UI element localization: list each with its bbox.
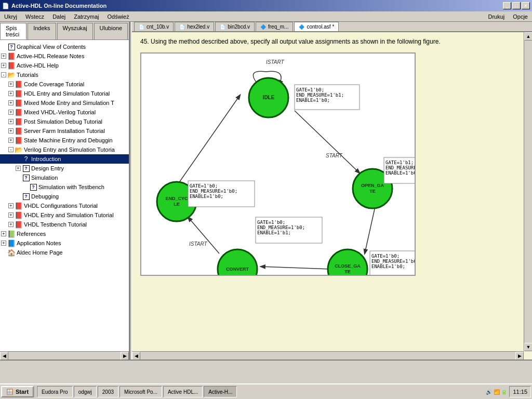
scroll-down-btn[interactable]: ▼	[524, 343, 532, 351]
label-idle-2: END_MEASURE=1'b1;	[296, 92, 344, 98]
file-tab-hex2led[interactable]: 📄 hex2led.v	[175, 22, 214, 31]
menu-zatrzymaj[interactable]: Zatrzymaj	[70, 12, 103, 21]
tree-label: VHDL Testbench Tutorial	[24, 221, 87, 228]
state-close-gate-label-2: TE	[344, 269, 351, 274]
taskbar-odgwj[interactable]: odgwj	[74, 386, 97, 397]
taskbar-2003[interactable]: 2003	[98, 386, 118, 397]
menu-dalej[interactable]: Dalej	[48, 12, 70, 21]
tree-label: State Machine Entry and Debuggin	[24, 137, 113, 143]
tree-item-state-machine[interactable]: + 📕 State Machine Entry and Debuggin	[0, 136, 129, 145]
state-end-cycle-label-1: END_CYC	[165, 196, 188, 201]
tree-item-graphical[interactable]: ? Graphical View of Contents	[0, 42, 129, 51]
file-tab-cnt10b[interactable]: 📄 cnt_10b.v	[134, 22, 174, 31]
window-controls[interactable]: _ □ ✕	[503, 2, 530, 9]
tree-item-vhdl-entry[interactable]: + 📕 VHDL Entry and Simulation Tutorial	[0, 210, 129, 220]
scroll-track-h	[8, 352, 121, 360]
label-end-2: END_MEASURE=1'b0;	[190, 189, 237, 194]
tree-label: Active-HDL Help	[17, 62, 59, 69]
expand-btn[interactable]: +	[1, 54, 6, 59]
tree-label: Post Simulation Debug Tutorial	[24, 118, 102, 125]
scroll-up-btn[interactable]: ▲	[524, 32, 532, 41]
scroll-left-btn[interactable]: ◀	[132, 352, 140, 360]
taskbar-activehdl2[interactable]: Active-H...	[204, 386, 237, 397]
menu-ukryj[interactable]: Ukryj	[0, 12, 21, 21]
maximize-button[interactable]: □	[512, 2, 521, 9]
tree-item-hdl-entry[interactable]: + 📕 HDL Entry and Simulation Tutorial	[0, 89, 129, 98]
expand-btn[interactable]: +	[8, 110, 14, 115]
tree-label: Mixed VHDL-Verilog Tutorial	[24, 109, 96, 115]
expand-btn[interactable]: +	[8, 138, 14, 143]
label-convert-3: ENABLE=1'b1;	[257, 230, 291, 235]
expand-btn[interactable]: +	[8, 128, 14, 134]
expand-btn[interactable]: +	[8, 222, 14, 227]
tab-ulubione[interactable]: Ulubione	[94, 23, 128, 39]
tree-item-help[interactable]: + 📕 Active-HDL Help	[0, 61, 129, 70]
expand-btn[interactable]: -	[1, 72, 6, 77]
tree-item-aldec-home[interactable]: 🏠 Aldec Home Page	[0, 248, 129, 257]
expand-btn[interactable]: -	[8, 147, 14, 152]
tab-indeks[interactable]: Indeks	[28, 23, 56, 39]
file-tabs-bar: 📄 cnt_10b.v 📄 hex2led.v 📄 bin2bcd.v 🔷 fr…	[132, 22, 532, 32]
menu-opcje[interactable]: Opcje	[509, 12, 532, 21]
tree-item-mixed-vhdl[interactable]: + 📕 Mixed VHDL-Verilog Tutorial	[0, 108, 129, 117]
tree-label: References	[17, 231, 46, 237]
tree-item-debugging[interactable]: ? Debugging	[0, 192, 129, 201]
help-icon: ?	[22, 174, 30, 182]
expand-btn[interactable]: +	[8, 212, 14, 218]
expand-btn[interactable]: +	[8, 119, 14, 124]
file-tab-control[interactable]: 🔷 control.asf *	[294, 22, 339, 31]
start-label: Start	[16, 389, 29, 395]
content-scrollbar-h[interactable]: ◀ ▶	[132, 351, 524, 360]
close-button[interactable]: ✕	[522, 2, 530, 9]
file-tab-label: hex2led.v	[187, 24, 209, 30]
expand-btn[interactable]: +	[1, 63, 6, 68]
tree-label: Verilog Entry and Simulation Tutoria	[24, 147, 115, 153]
taskbar-microsoft[interactable]: Microsoft Po...	[119, 386, 162, 397]
tree-item-release-notes[interactable]: + 📕 Active-HDL Release Notes	[0, 51, 129, 61]
tree-item-app-notes[interactable]: + 📘 Application Notes	[0, 238, 129, 248]
expand-btn[interactable]: +	[1, 231, 6, 236]
content-inner: 45. Using the method described above, sp…	[132, 32, 532, 360]
tree-item-code-coverage[interactable]: + 📕 Code Coverage Tutorial	[0, 79, 129, 89]
menu-drukuj[interactable]: Drukuj	[484, 12, 509, 21]
tree-item-post-sim[interactable]: + 📕 Post Simulation Debug Tutorial	[0, 117, 129, 126]
start-icon: 🪟	[6, 389, 14, 395]
menu-wstecz[interactable]: Wstecz	[21, 12, 48, 21]
scroll-right-btn[interactable]: ▶	[121, 352, 129, 360]
taskbar-eudora[interactable]: Eudora Pro	[37, 386, 73, 397]
expand-btn[interactable]: +	[8, 203, 14, 208]
folder-open-icon: 📂	[15, 145, 23, 154]
left-scrollbar-h[interactable]: ◀ ▶	[0, 351, 129, 360]
taskbar-activehdl1[interactable]: Active HDL...	[163, 386, 203, 397]
scroll-right-btn[interactable]: ▶	[515, 352, 524, 360]
tree-item-vhdl-testbench[interactable]: + 📕 VHDL Testbench Tutorial	[0, 220, 129, 229]
expand-btn[interactable]: +	[8, 100, 14, 105]
tree-item-tutorials[interactable]: - 📂 Tutorials	[0, 70, 129, 79]
tree-item-simulation[interactable]: ? Simulation	[0, 173, 129, 182]
tree-item-sim-testbench[interactable]: ? Simulation with Testbench	[0, 182, 129, 192]
tree-item-mixed-mode[interactable]: + 📕 Mixed Mode Entry and Simulation T	[0, 98, 129, 108]
tree-item-server-farm[interactable]: + 📕 Server Farm Installation Tutorial	[0, 126, 129, 136]
expand-btn[interactable]: +	[16, 166, 21, 171]
tree-item-vhdl-config[interactable]: + 📕 VHDL Configurations Tutorial	[0, 201, 129, 210]
tree-item-references[interactable]: + 📗 References	[0, 229, 129, 238]
menu-odswiez[interactable]: Odśwież	[103, 12, 133, 21]
tree-item-design-entry[interactable]: + ? Design Entry	[0, 164, 129, 173]
content-scrollbar-v[interactable]: ▲ ▼	[524, 32, 532, 351]
expand-btn[interactable]: +	[8, 91, 14, 96]
tree-item-verilog-entry[interactable]: - 📂 Verilog Entry and Simulation Tutoria	[0, 145, 129, 154]
scroll-left-btn[interactable]: ◀	[0, 352, 8, 360]
start-button[interactable]: 🪟 Start	[1, 386, 34, 397]
tab-spis-tresci[interactable]: Spis treści	[0, 23, 26, 39]
label-convert-2: END_MEASURE=1'b0;	[257, 225, 305, 230]
file-tab-freqm[interactable]: 🔷 freq_m...	[256, 22, 293, 31]
content-area: ▲ ▼ ◀ ▶ 45. Using the method described a…	[132, 32, 532, 360]
file-tab-bin2bcd[interactable]: 📄 bin2bcd.v	[215, 22, 255, 31]
minimize-button[interactable]: _	[503, 2, 511, 9]
expand-btn[interactable]: +	[1, 241, 6, 246]
expand-btn[interactable]: +	[8, 82, 14, 87]
tree-label: Active-HDL Release Notes	[17, 53, 84, 59]
tray-icons: 🔊 📶 🔋	[486, 389, 508, 395]
tab-wyszukaj[interactable]: Wyszukaj	[57, 23, 93, 39]
tree-item-introduction[interactable]: ? Introduction	[0, 154, 129, 164]
